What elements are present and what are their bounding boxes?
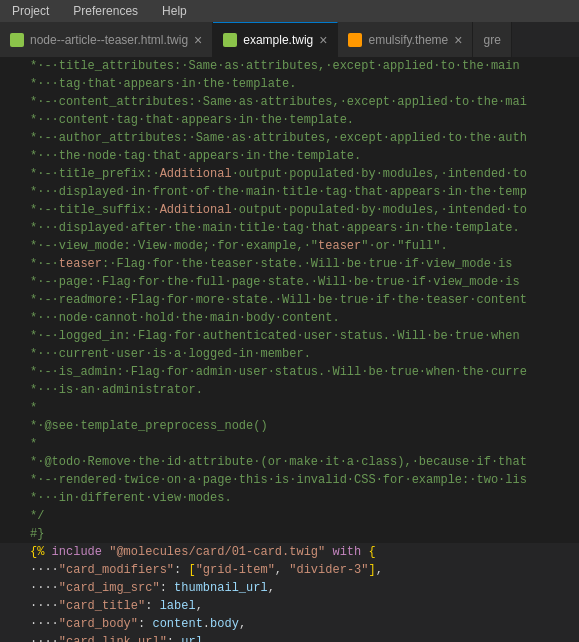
tab-label: node--article--teaser.html.twig	[30, 33, 188, 47]
line-20: *	[0, 399, 579, 417]
menubar: Project Preferences Help	[0, 0, 579, 22]
line-24: *·-·rendered·twice·on·a·page·this·is·inv…	[0, 471, 579, 489]
line-28: {% include "@molecules/card/01-card.twig…	[0, 543, 579, 561]
tab-label: gre	[483, 33, 500, 47]
line-13: *·-·page:·Flag·for·the·full·page·state.·…	[0, 273, 579, 291]
line-9: *·-·title_suffix:·Additional·output·popu…	[0, 201, 579, 219]
line-26: */	[0, 507, 579, 525]
tab-label: example.twig	[243, 33, 313, 47]
tab-emulsify-theme[interactable]: emulsify.theme ×	[338, 22, 473, 57]
line-1: *·-·title_attributes:·Same·as·attributes…	[0, 57, 579, 75]
line-25: *···in·different·view·modes.	[0, 489, 579, 507]
tab-close-icon[interactable]: ×	[319, 33, 327, 47]
line-22: *	[0, 435, 579, 453]
line-19: *···is·an·administrator.	[0, 381, 579, 399]
line-29: ····"card_modifiers": ["grid-item", "div…	[0, 561, 579, 579]
code-lines: *·-·title_attributes:·Same·as·attributes…	[0, 57, 579, 642]
tab-close-icon[interactable]: ×	[194, 33, 202, 47]
line-15: *···node·cannot·hold·the·main·body·conte…	[0, 309, 579, 327]
code-scroll-area[interactable]: *·-·title_attributes:·Same·as·attributes…	[0, 57, 579, 642]
tabbar: node--article--teaser.html.twig × exampl…	[0, 22, 579, 57]
line-2: *···tag·that·appears·in·the·template.	[0, 75, 579, 93]
menu-project[interactable]: Project	[8, 2, 53, 20]
line-21: *·@see·template_preprocess_node()	[0, 417, 579, 435]
line-11: *·-·view_mode:·View·mode;·for·example,·"…	[0, 237, 579, 255]
theme-file-icon	[348, 33, 362, 47]
line-31: ····"card_title": label,	[0, 597, 579, 615]
line-27: #}	[0, 525, 579, 543]
line-30: ····"card_img_src": thumbnail_url,	[0, 579, 579, 597]
line-5: *·-·author_attributes:·Same·as·attribute…	[0, 129, 579, 147]
line-17: *···current·user·is·a·logged-in·member.	[0, 345, 579, 363]
line-4: *···content·tag·that·appears·in·the·temp…	[0, 111, 579, 129]
tab-node-article-teaser[interactable]: node--article--teaser.html.twig ×	[0, 22, 213, 57]
line-3: *·-·content_attributes:·Same·as·attribut…	[0, 93, 579, 111]
line-33: ····"card_link_url": url,	[0, 633, 579, 642]
tab-gre[interactable]: gre	[473, 22, 511, 57]
tab-label: emulsify.theme	[368, 33, 448, 47]
line-18: *·-·is_admin:·Flag·for·admin·user·status…	[0, 363, 579, 381]
line-6: *···the·node·tag·that·appears·in·the·tem…	[0, 147, 579, 165]
tab-example-twig[interactable]: example.twig ×	[213, 22, 338, 57]
line-7: *·-·title_prefix:·Additional·output·popu…	[0, 165, 579, 183]
menu-help[interactable]: Help	[158, 2, 191, 20]
line-32: ····"card_body": content.body,	[0, 615, 579, 633]
line-16: *·-·logged_in:·Flag·for·authenticated·us…	[0, 327, 579, 345]
tab-close-icon[interactable]: ×	[454, 33, 462, 47]
line-23: *·@todo·Remove·the·id·attribute·(or·make…	[0, 453, 579, 471]
twig-file-icon	[223, 33, 237, 47]
line-8: *···displayed·in·front·of·the·main·title…	[0, 183, 579, 201]
line-14: *·-·readmore:·Flag·for·more·state.·Will·…	[0, 291, 579, 309]
code-editor: *·-·title_attributes:·Same·as·attributes…	[0, 57, 579, 642]
line-12: *·-·teaser:·Flag·for·the·teaser·state.·W…	[0, 255, 579, 273]
line-10: *···displayed·after·the·main·title·tag·t…	[0, 219, 579, 237]
twig-file-icon	[10, 33, 24, 47]
menu-preferences[interactable]: Preferences	[69, 2, 142, 20]
